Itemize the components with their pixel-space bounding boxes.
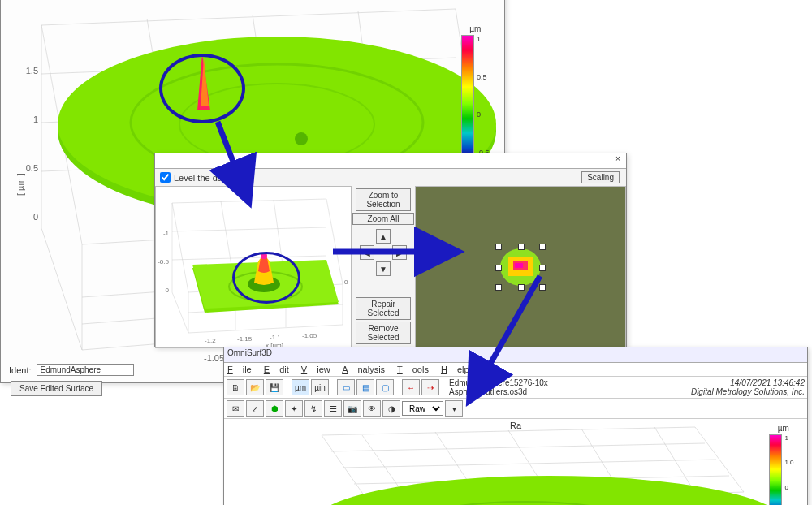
plot-title: Ra [510,421,521,430]
save-edited-surface-button[interactable]: Save Edited Surface [11,381,102,396]
colorbar-tick: 1.0 [784,459,797,466]
colorbar-tick: 1 [784,434,797,442]
timestamp: 14/07/2021 13:46:42 [691,378,805,387]
omnisurf3d-window: OmniSurf3D File Edit View Analysis Tools… [223,347,808,505]
app-title: OmniSurf3D [227,348,272,357]
tool-icon[interactable]: ▤ [356,379,374,395]
svg-text:0.5: 0.5 [26,163,38,173]
dropdown-extra-icon[interactable]: ▾ [445,400,463,417]
tool-icon[interactable]: ✦ [285,400,303,417]
svg-text:0: 0 [166,287,170,294]
pan-right-button[interactable]: ▶ [392,245,407,260]
close-icon[interactable]: × [612,154,624,163]
topdown-selection-view[interactable] [415,186,626,348]
save-icon[interactable]: 💾 [266,379,283,395]
menu-file[interactable]: File [227,365,252,374]
ident-label: Ident: [9,365,32,375]
tool-icon[interactable]: ▭ [337,379,355,395]
colorbar-tick: 0 [784,484,797,491]
camera-icon[interactable]: 📷 [343,400,361,417]
svg-text:-1: -1 [163,230,170,237]
file-name-line2: AsphereOutliers.os3d [449,387,548,396]
svg-point-25 [313,476,784,505]
new-icon[interactable]: 🗎 [227,379,244,395]
level-dataset-checkbox[interactable]: Level the dataset [160,172,242,183]
svg-text:1: 1 [33,114,38,124]
zoom-to-selection-button[interactable]: Zoom to Selection [356,188,411,211]
file-name-line1: EdmundAsphere15276-10x [449,378,548,387]
edit-surface-dialog: × Level the dataset Scaling [154,153,627,347]
colorbar-1: µm 1 0.50 -0.5 [461,24,490,158]
surface-plot-3[interactable]: Ra µm 1 1.0 0 1.05 [224,419,807,505]
svg-text:-1.1: -1.1 [270,334,281,341]
mail-icon[interactable]: ✉ [227,400,244,417]
colorbar-3: µm 1 1.0 0 1.05 [769,424,797,505]
tool-icon[interactable]: ↔ [402,379,420,395]
svg-text:[ µm ]: [ µm ] [15,173,25,196]
tool-icon[interactable]: ☰ [324,400,342,417]
svg-text:-1.2: -1.2 [205,337,216,344]
unit-uin-button[interactable]: µin [311,379,329,395]
tool-icon[interactable]: ⇢ [421,379,439,395]
tool-icon[interactable]: ◑ [382,400,400,417]
svg-text:0: 0 [33,212,38,222]
menu-help[interactable]: Help [441,365,469,374]
tool-icon[interactable]: ⬢ [266,400,283,417]
svg-text:-1.05: -1.05 [204,353,224,363]
colorbar-tick: 1 [477,35,490,43]
toolbar-main: 🗎 📂 💾 µm µin ▭ ▤ ▢ ↔ ⇢ EdmundAsphere1527… [224,377,807,399]
checkbox-label: Level the dataset [174,173,242,183]
tool-icon[interactable]: ▢ [376,379,394,395]
menu-edit[interactable]: Edit [264,365,289,374]
menu-view[interactable]: View [301,365,330,374]
tool-icon[interactable]: ↯ [304,400,322,417]
pan-left-button[interactable]: ◀ [360,245,374,260]
company-name: Digital Metrology Solutions, Inc. [691,387,805,396]
toolbar-secondary: ✉ ⤢ ⬢ ✦ ↯ ☰ 📷 👁 ◑ Raw ▾ [224,399,807,419]
ident-field[interactable]: EdmundAsphere [37,364,134,376]
svg-text:-1.15: -1.15 [237,335,253,343]
scaling-button[interactable]: Scaling [581,171,620,183]
pan-up-button[interactable]: ▲ [376,229,391,244]
remove-selected-button[interactable]: Remove Selected [356,322,411,344]
zoom-all-button[interactable]: Zoom All [352,213,414,225]
tool-icon[interactable]: ⤢ [246,400,264,417]
app-titlebar[interactable]: OmniSurf3D [224,347,807,363]
dialog-titlebar[interactable]: × [155,153,626,169]
menu-analysis[interactable]: Analysis [342,365,385,374]
svg-text:-0.5: -0.5 [158,258,169,265]
colorbar-unit: µm [778,424,789,433]
tool-icon[interactable]: 👁 [363,400,381,417]
svg-text:-1.05: -1.05 [302,332,317,339]
svg-point-14 [261,252,267,259]
menubar: File Edit View Analysis Tools Help [224,363,807,377]
colorbar-unit: µm [469,24,481,33]
pan-pad: ▲ ◀▶ ▼ [360,229,407,276]
unit-um-button[interactable]: µm [292,379,309,395]
svg-text:0: 0 [344,278,348,286]
repair-selected-button[interactable]: Repair Selected [356,297,411,320]
svg-text:1.5: 1.5 [26,66,38,76]
zoomed-3d-plot[interactable]: 0 -0.5 -1 -1.2-1.15 -1.1-1.05 x [µm] 0 [155,186,352,348]
pan-down-button[interactable]: ▼ [376,261,391,276]
open-icon[interactable]: 📂 [246,379,264,395]
menu-tools[interactable]: Tools [397,365,429,374]
raw-dropdown[interactable]: Raw [402,401,443,416]
svg-point-4 [295,132,308,145]
